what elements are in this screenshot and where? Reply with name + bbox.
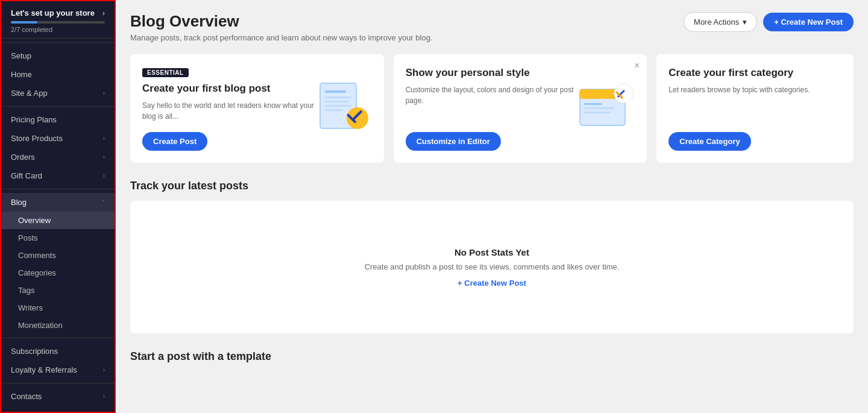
divider [1,383,115,383]
chevron-right-icon: › [103,154,105,160]
essential-badge: ESSENTIAL [142,68,189,77]
start-template-section: Start a post with a template [130,350,854,363]
divider [1,42,115,43]
chevron-up-icon: ˄ [102,199,105,206]
divider [1,189,115,189]
svg-rect-12 [584,107,614,109]
sidebar-item-home[interactable]: Home [1,65,115,84]
sidebar-item-subscriptions[interactable]: Subscriptions [1,342,115,361]
cards-row: ESSENTIAL Create your first blog post Sa… [130,54,854,163]
svg-rect-13 [584,112,611,113]
sidebar-item-pricing-plans[interactable]: Pricing Plans [1,110,115,129]
customize-editor-button[interactable]: Customize in Editor [406,132,501,151]
sidebar-sub-item-tags[interactable]: Tags [1,282,115,299]
empty-stats-title: No Post Stats Yet [454,247,529,257]
chevron-down-icon: ▾ [743,17,747,27]
divider [1,338,115,338]
close-button[interactable]: × [634,60,640,71]
sidebar-item-store-products[interactable]: Store Products › [1,129,115,148]
empty-stats-box: No Post Stats Yet Create and publish a p… [130,201,854,333]
chevron-right-icon: › [103,135,105,142]
sidebar-sub-item-categories[interactable]: Categories [1,264,115,282]
sidebar-item-setup[interactable]: Setup [1,46,115,65]
card-illustration [314,77,374,140]
more-actions-button[interactable]: More Actions ▾ [684,12,757,32]
svg-rect-1 [325,90,346,93]
chevron-right-icon: › [103,393,105,400]
track-section: Track your latest posts No Post Stats Ye… [130,180,854,333]
sidebar-item-communications[interactable]: Communications › [1,406,115,413]
svg-rect-3 [325,101,349,102]
card-personal-style-desc: Customize the layout, colors and design … [406,84,581,106]
start-template-title: Start a post with a template [130,350,854,363]
sidebar-sub-item-overview[interactable]: Overview [1,212,115,229]
header-actions: More Actions ▾ + Create New Post [684,12,854,32]
create-new-post-button[interactable]: + Create New Post [763,13,854,31]
chevron-right-icon: › [103,90,105,96]
progress-bar-fill [11,21,37,24]
card-first-post-desc: Say hello to the world and let readers k… [142,100,318,122]
empty-stats-desc: Create and publish a post to see its vie… [365,262,620,271]
sidebar-item-blog[interactable]: Blog ˄ [1,193,115,212]
sidebar-item-site-app[interactable]: Site & App › [1,84,115,102]
sidebar-sub-item-posts[interactable]: Posts [1,229,115,247]
card-first-category-desc: Let readers browse by topic with categor… [668,84,844,95]
chevron-right-icon: › [103,367,105,373]
sidebar-setup-title[interactable]: Let's set up your store › [11,8,105,17]
sidebar-item-orders[interactable]: Orders › [1,148,115,166]
sidebar-sub-item-monetization[interactable]: Monetization [1,317,115,334]
sidebar-sub-item-writers[interactable]: Writers [1,299,115,317]
create-category-button[interactable]: Create Category [668,132,750,151]
divider [1,106,115,107]
progress-bar-container [11,21,105,24]
card-personal-style: × Show your personal style Customize the… [394,54,647,163]
svg-rect-4 [325,105,351,107]
sidebar-item-contacts[interactable]: Contacts › [1,387,115,406]
card-first-category-title: Create your first category [668,66,844,80]
svg-rect-2 [325,96,351,98]
chevron-right-icon: › [103,172,105,179]
progress-text: 2/7 completed [11,26,105,33]
chevron-right-icon: › [102,8,105,17]
svg-rect-5 [325,109,343,111]
card-illustration [577,80,637,137]
page-title: Blog Overview [130,12,433,31]
card-first-category: Create your first category Let readers b… [656,54,854,163]
card-first-post-title: Create your first blog post [142,82,318,95]
sidebar-sub-item-comments[interactable]: Comments [1,247,115,264]
svg-rect-11 [584,103,602,105]
sidebar: Let's set up your store › 2/7 completed … [0,0,116,413]
sidebar-header: Let's set up your store › 2/7 completed [1,1,115,39]
card-personal-style-title: Show your personal style [406,66,581,80]
main-content: Blog Overview Manage posts, track post p… [116,0,868,413]
card-first-post: ESSENTIAL Create your first blog post Sa… [130,54,384,163]
page-header: Blog Overview Manage posts, track post p… [130,12,854,42]
sidebar-item-gift-card[interactable]: Gift Card › [1,166,115,185]
track-section-title: Track your latest posts [130,180,854,192]
create-post-button[interactable]: Create Post [142,132,207,151]
page-header-text: Blog Overview Manage posts, track post p… [130,12,433,42]
page-subtitle: Manage posts, track post performance and… [130,33,433,42]
create-new-post-link[interactable]: + Create New Post [458,279,526,288]
sidebar-item-loyalty-referrals[interactable]: Loyalty & Referrals › [1,361,115,379]
